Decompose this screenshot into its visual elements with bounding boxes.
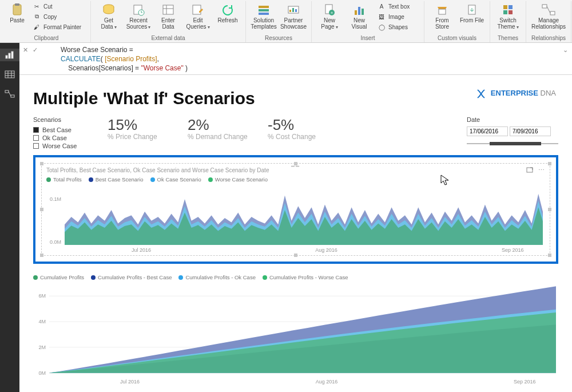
date-slicer-title: Date bbox=[467, 116, 558, 123]
new-page-icon: + bbox=[321, 2, 337, 17]
ribbon-group-clipboard: Paste ✂Cut ⧉Copy 🖌Format Painter Clipboa… bbox=[2, 1, 91, 42]
image-button[interactable]: 🖼Image bbox=[375, 11, 420, 22]
ribbon-group-external-data: Get Data Recent Sources Enter Data Edit … bbox=[91, 1, 246, 42]
svg-rect-10 bbox=[259, 9, 269, 11]
refresh-icon bbox=[220, 2, 236, 17]
from-store-button[interactable]: From Store bbox=[428, 1, 456, 31]
formula-commit-button[interactable]: ✓ bbox=[33, 46, 38, 54]
chart2-plot: 6M 4M 2M 0M Jul 2016 Aug 2016 Sep 2016 bbox=[33, 285, 558, 377]
svg-line-30 bbox=[547, 6, 550, 13]
focus-mode-icon[interactable] bbox=[526, 166, 534, 174]
formula-expand-button[interactable]: ⌄ bbox=[558, 43, 572, 74]
from-file-button[interactable]: From File bbox=[458, 1, 486, 25]
new-visual-button[interactable]: New Visual bbox=[345, 1, 374, 31]
text-box-icon: A bbox=[377, 2, 386, 10]
get-data-button[interactable]: Get Data bbox=[94, 1, 123, 31]
solution-templates-icon bbox=[256, 2, 272, 17]
report-canvas[interactable]: Multiple 'What If' Scenarios ENTERPRISE … bbox=[19, 75, 572, 392]
model-view-button[interactable] bbox=[2, 88, 17, 100]
kpi-price-change: 15% % Price Change bbox=[108, 116, 188, 141]
date-to-input[interactable] bbox=[510, 126, 551, 136]
formula-input[interactable]: Worse Case Scenario = CALCULATE( [Scenar… bbox=[56, 43, 558, 74]
date-from-input[interactable] bbox=[467, 126, 508, 136]
scenario-slicer-title: Scenarios bbox=[33, 116, 108, 123]
cut-icon: ✂ bbox=[32, 2, 41, 10]
svg-rect-28 bbox=[542, 5, 547, 8]
svg-text:+: + bbox=[331, 10, 333, 15]
svg-rect-27 bbox=[509, 10, 513, 14]
relationships-label: Relationships bbox=[531, 35, 566, 42]
more-options-icon[interactable]: ⋯ bbox=[537, 166, 545, 174]
manage-relationships-button[interactable]: Manage Relationships bbox=[530, 1, 567, 31]
date-range-slider[interactable] bbox=[467, 140, 558, 148]
svg-rect-39 bbox=[6, 56, 7, 58]
ribbon-group-resources: Solution Templates Partner Showcase Reso… bbox=[246, 1, 312, 42]
resources-label: Resources bbox=[265, 35, 292, 42]
partner-showcase-icon bbox=[285, 2, 301, 17]
svg-rect-14 bbox=[292, 8, 294, 12]
clipboard-label: Clipboard bbox=[34, 35, 59, 42]
view-rail bbox=[0, 43, 19, 392]
svg-rect-1 bbox=[15, 3, 19, 6]
svg-rect-15 bbox=[295, 9, 297, 12]
svg-rect-25 bbox=[509, 5, 513, 9]
report-view-button[interactable] bbox=[0, 49, 19, 61]
image-icon: 🖼 bbox=[377, 13, 386, 21]
paste-button[interactable]: Paste bbox=[6, 1, 29, 25]
drag-grip-icon[interactable]: ━━ bbox=[291, 163, 300, 169]
svg-rect-11 bbox=[259, 13, 269, 15]
svg-rect-47 bbox=[5, 90, 9, 93]
chart1-plot: 0.1M 0.0M Jul 2016 Aug 2016 Sep 2016 bbox=[46, 191, 545, 245]
ribbon-group-relationships: Manage Relationships Relationships bbox=[526, 1, 571, 42]
svg-rect-5 bbox=[163, 5, 173, 14]
svg-rect-29 bbox=[550, 11, 555, 15]
new-page-button[interactable]: +New Page bbox=[315, 1, 344, 31]
date-slicer[interactable]: Date bbox=[467, 116, 558, 148]
svg-line-49 bbox=[9, 92, 11, 96]
text-box-button[interactable]: AText box bbox=[375, 1, 420, 11]
svg-rect-24 bbox=[503, 5, 507, 9]
ribbon-group-insert: +New Page New Visual AText box 🖼Image ◯S… bbox=[312, 1, 424, 42]
partner-showcase-button[interactable]: Partner Showcase bbox=[279, 1, 308, 31]
shapes-icon: ◯ bbox=[377, 23, 386, 31]
scenario-item-worse[interactable]: Worse Case bbox=[33, 142, 108, 149]
checkbox-icon bbox=[33, 143, 39, 149]
copy-button[interactable]: ⧉Copy bbox=[30, 11, 87, 22]
enter-data-button[interactable]: Enter Data bbox=[154, 1, 182, 31]
refresh-button[interactable]: Refresh bbox=[213, 1, 242, 25]
shapes-button[interactable]: ◯Shapes bbox=[375, 22, 420, 32]
svg-rect-48 bbox=[11, 95, 14, 97]
kpi-cost-change: -5% % Cost Change bbox=[268, 116, 348, 141]
ribbon: Paste ✂Cut ⧉Copy 🖌Format Painter Clipboa… bbox=[0, 0, 572, 43]
formula-cancel-button[interactable]: ✕ bbox=[23, 46, 28, 54]
svg-rect-0 bbox=[13, 5, 21, 15]
dna-icon bbox=[476, 89, 486, 99]
svg-rect-21 bbox=[362, 9, 364, 15]
paste-icon bbox=[9, 2, 25, 17]
enter-data-icon bbox=[160, 2, 176, 17]
scenario-slicer[interactable]: Scenarios Best Case Ok Case Worse Case bbox=[33, 116, 108, 151]
profits-by-date-visual[interactable]: ━━ Total Profits, Best Case Scenario, Ok… bbox=[33, 155, 558, 264]
scenario-item-ok[interactable]: Ok Case bbox=[33, 134, 108, 141]
checkbox-icon bbox=[33, 127, 39, 133]
svg-rect-22 bbox=[439, 9, 446, 14]
recent-sources-button[interactable]: Recent Sources bbox=[124, 1, 153, 31]
chart2-legend: Cumulative Profits Cumulative Profits - … bbox=[33, 272, 558, 283]
cumulative-profits-visual[interactable]: Cumulative Profits Cumulative Profits - … bbox=[33, 272, 558, 377]
switch-theme-icon bbox=[500, 2, 516, 17]
switch-theme-button[interactable]: Switch Theme bbox=[494, 1, 522, 31]
insert-label: Insert bbox=[360, 35, 375, 42]
format-painter-button[interactable]: 🖌Format Painter bbox=[30, 22, 87, 32]
themes-label: Themes bbox=[498, 35, 518, 42]
edit-queries-icon bbox=[190, 2, 206, 17]
brand-logo: ENTERPRISE DNA bbox=[476, 89, 556, 99]
svg-rect-20 bbox=[358, 7, 360, 15]
cut-button[interactable]: ✂Cut bbox=[30, 1, 87, 11]
svg-rect-19 bbox=[355, 10, 357, 15]
solution-templates-button[interactable]: Solution Templates bbox=[249, 1, 278, 31]
scenario-item-best[interactable]: Best Case bbox=[33, 126, 108, 133]
svg-rect-26 bbox=[503, 10, 507, 14]
ribbon-group-custom-visuals: From Store From File Custom visuals bbox=[424, 1, 490, 42]
edit-queries-button[interactable]: Edit Queries bbox=[184, 1, 212, 31]
data-view-button[interactable] bbox=[2, 68, 17, 81]
